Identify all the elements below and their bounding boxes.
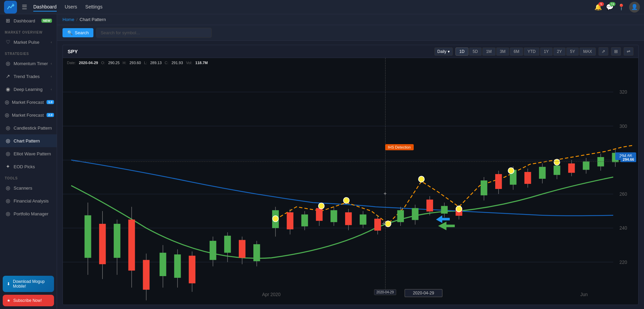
wave-icon: ◎ [5, 151, 11, 157]
tf-1y-button[interactable]: 1Y [540, 47, 553, 56]
sidebar-item-label: Scanners [14, 186, 52, 191]
chart-container[interactable]: Date: 2020-04-29 O: 290.25 H: 293.60 L: … [62, 58, 639, 305]
vol-value: 118.7M [195, 61, 208, 65]
svg-rect-29 [253, 244, 260, 261]
app-body: ⊞ Dashboard NEW MARKET OVERVIEW ♡ Market… [0, 14, 644, 309]
chart-wrapper: SPY Daily ▾ 1D 5D 1M 3M 6M YTD 1Y 2Y 5Y … [57, 41, 644, 309]
svg-rect-39 [330, 210, 337, 222]
crosshair-date-label: 2020-04-29 [374, 289, 396, 295]
sidebar-item-label: Chart Pattern [14, 138, 52, 143]
sidebar-item-scanners[interactable]: ◎ Scanners [0, 181, 57, 194]
sidebar-item-trend-trades[interactable]: ↗ Trend Trades ‹ [0, 70, 57, 83]
heart-icon: ♡ [5, 39, 11, 45]
close-value: 291.93 [172, 61, 183, 65]
table-button[interactable]: ⊞ [611, 47, 621, 56]
tf-2y-button[interactable]: 2Y [553, 47, 566, 56]
topnav-users-link[interactable]: Users [65, 3, 77, 12]
svg-rect-69 [568, 163, 575, 173]
hamburger-button[interactable]: ☰ [22, 3, 27, 11]
sidebar-item-label: Market Pulse [14, 40, 48, 45]
subscribe-label: Subscribe Now! [13, 298, 42, 303]
svg-point-81 [456, 206, 462, 212]
notification-button[interactable]: 🔔 5 [594, 3, 602, 11]
svg-rect-41 [345, 212, 352, 225]
sidebar-item-deep-learning[interactable]: ◉ Deep Learning ‹ [0, 83, 57, 96]
tf-3m-button[interactable]: 3M [496, 47, 509, 56]
version-badge: 1.0 [47, 100, 54, 104]
search-button[interactable]: 🔍 Search [62, 28, 93, 37]
svg-rect-19 [174, 254, 181, 278]
high-label: H: [123, 61, 126, 65]
message-button[interactable]: 💬 74 [606, 3, 613, 11]
tf-5y-button[interactable]: 5Y [566, 47, 579, 56]
svg-text:240: 240 [620, 226, 627, 231]
subscribe-icon: ★ [7, 298, 11, 303]
topnav-dashboard-link[interactable]: Dashboard [33, 3, 57, 12]
topnav-settings-link[interactable]: Settings [85, 3, 103, 12]
svg-point-76 [272, 216, 278, 222]
chart-icon: ◎ [5, 138, 11, 144]
version-badge: 2.0 [47, 113, 54, 117]
tf-1m-button[interactable]: 1M [482, 47, 496, 56]
current-price-label: 294.66 [621, 157, 636, 162]
sidebar-item-dashboard[interactable]: ⊞ Dashboard NEW [0, 14, 57, 27]
sidebar-item-momentum-timer[interactable]: ◎ Momentum Timer ‹ [0, 57, 57, 70]
horizontal-dashed-line [73, 161, 618, 162]
chart-info-bar: Date: 2020-04-29 O: 290.25 H: 293.60 L: … [67, 61, 210, 65]
candlestick-icon: ◎ [5, 125, 11, 131]
crosshair-vertical [385, 58, 386, 295]
sidebar-item-financial-analysis[interactable]: ◎ Financial Analysis [0, 194, 57, 207]
download-mobile-button[interactable]: ⬇ Download Mogup Mobile! [3, 276, 54, 292]
chart-symbol: SPY [68, 49, 432, 54]
svg-point-78 [343, 197, 349, 204]
message-badge: 74 [609, 2, 615, 6]
high-value: 293.60 [129, 61, 141, 65]
svg-rect-65 [539, 167, 546, 179]
svg-rect-67 [554, 166, 560, 175]
svg-rect-47 [397, 210, 404, 222]
sidebar-item-label: Portfolio Manager [14, 211, 52, 216]
notification-badge: 5 [598, 2, 604, 6]
svg-rect-7 [85, 215, 91, 258]
sidebar-item-label: Candlestick Pattern [14, 125, 52, 131]
sidebar-item-market-forecast-2[interactable]: ◎ Market Forecast 2.0 [0, 109, 57, 121]
tf-5d-button[interactable]: 5D [469, 47, 482, 56]
sidebar-item-elliot-wave[interactable]: ◎ Elliot Wave Pattern [0, 147, 57, 160]
chevron-icon: ‹ [51, 40, 52, 44]
toolbar: 🔍 Search [57, 25, 644, 41]
subscribe-button[interactable]: ★ Subscribe Now! [3, 295, 54, 306]
compare-button[interactable]: ⇌ [624, 47, 633, 56]
location-button[interactable]: 📍 [618, 3, 625, 11]
sidebar-item-market-forecast-1[interactable]: ◎ Market Forecast 1.0 [0, 96, 57, 109]
chevron-down-icon: ▾ [448, 49, 450, 54]
svg-rect-45 [374, 219, 381, 231]
market-overview-section-label: MARKET OVERVIEW [0, 27, 57, 36]
date-label: Date: [67, 61, 76, 65]
sidebar-item-portfolio-manager[interactable]: ◎ Portfolio Manager [0, 207, 57, 220]
search-button-label: Search [75, 30, 89, 35]
sidebar-item-chart-pattern[interactable]: ◎ Chart Pattern [0, 134, 57, 147]
sidebar-item-candlestick-pattern[interactable]: ◎ Candlestick Pattern [0, 121, 57, 134]
timeframe-dropdown[interactable]: Daily ▾ [434, 47, 453, 56]
svg-rect-43 [360, 214, 366, 225]
sidebar-item-label: Dashboard [14, 18, 39, 23]
low-label: L: [144, 61, 147, 65]
search-input[interactable] [96, 28, 212, 38]
svg-marker-85 [436, 215, 450, 223]
chevron-icon: ‹ [51, 61, 52, 65]
breadcrumb-home[interactable]: Home [62, 17, 74, 22]
crosshair-cursor: + [383, 191, 387, 197]
tf-6m-button[interactable]: 6M [510, 47, 523, 56]
svg-rect-49 [412, 208, 418, 220]
svg-rect-11 [114, 224, 121, 258]
share-button[interactable]: ⇗ [598, 47, 608, 56]
strategies-section-label: STRATEGIES [0, 49, 57, 57]
svg-rect-15 [143, 260, 150, 290]
user-avatar[interactable]: 👤 [629, 2, 640, 13]
tf-ytd-button[interactable]: YTD [524, 47, 539, 56]
tf-max-button[interactable]: MAX [579, 47, 596, 56]
tf-1d-button[interactable]: 1D [455, 47, 468, 56]
sidebar-item-eod-picks[interactable]: ✦ EOD Picks [0, 160, 57, 173]
sidebar-item-market-pulse[interactable]: ♡ Market Pulse ‹ [0, 36, 57, 49]
svg-rect-51 [426, 199, 433, 211]
